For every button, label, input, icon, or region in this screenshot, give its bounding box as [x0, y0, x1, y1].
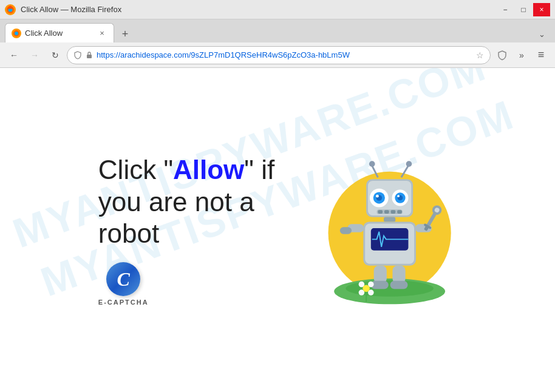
window-title: Click Allow — Mozilla Firefox: [21, 5, 121, 14]
svg-rect-27: [391, 210, 396, 214]
svg-point-9: [346, 280, 434, 297]
back-button[interactable]: ←: [5, 46, 23, 64]
text-line3: robot: [98, 218, 274, 250]
protection-shield-icon: [497, 50, 508, 61]
main-content-row: Click "Allow" if you are not a robot C E…: [86, 139, 469, 321]
captcha-section: C E-CAPTCHA: [98, 262, 149, 306]
shield-icon: [73, 51, 82, 59]
captcha-logo: C: [106, 262, 140, 296]
protection-shield-button[interactable]: [493, 46, 511, 64]
svg-rect-28: [397, 210, 402, 214]
address-bar[interactable]: https://arachidespace.com/9sZLP7mD1QRSeH…: [67, 46, 491, 64]
url-text: https://arachidespace.com/9sZLP7mD1QRSeH…: [97, 50, 472, 59]
title-bar-left: Click Allow — Mozilla Firefox: [5, 4, 121, 15]
tab-overflow-button[interactable]: ⌄: [533, 25, 550, 42]
more-tools-button[interactable]: »: [512, 46, 531, 64]
captcha-text: Click "Allow" if you are not a robot: [98, 154, 274, 250]
svg-rect-42: [393, 266, 406, 283]
captcha-letter: C: [117, 268, 130, 291]
new-tab-button[interactable]: +: [117, 25, 134, 42]
svg-rect-41: [374, 266, 387, 283]
maximize-button[interactable]: □: [515, 3, 532, 16]
svg-point-19: [376, 195, 379, 198]
svg-rect-26: [384, 210, 389, 214]
reload-button[interactable]: ↻: [46, 46, 64, 64]
svg-point-11: [369, 161, 375, 167]
svg-point-23: [397, 195, 400, 197]
minimize-button[interactable]: −: [497, 3, 514, 16]
bookmark-star-icon[interactable]: ☆: [476, 50, 484, 60]
menu-button[interactable]: ≡: [532, 46, 550, 64]
svg-rect-34: [340, 227, 352, 234]
active-tab[interactable]: Click Allow ×: [5, 23, 114, 42]
nav-extras: » ≡: [493, 46, 550, 64]
close-button[interactable]: ×: [533, 3, 550, 16]
text-allow-bold: Allow: [173, 155, 244, 184]
text-line1: Click "Allow" if: [98, 154, 274, 186]
tab-label: Click Allow: [25, 29, 93, 38]
tab-bar: Click Allow × + ⌄: [0, 19, 555, 42]
firefox-logo-icon: [5, 4, 16, 15]
robot-svg: [311, 151, 457, 309]
nav-bar: ← → ↻ https://arachidespace.com/9sZLP7mD…: [0, 42, 555, 68]
svg-rect-29: [384, 217, 395, 222]
text-line2: you are not a: [98, 186, 274, 218]
forward-button[interactable]: →: [26, 46, 44, 64]
tab-close-button[interactable]: ×: [97, 28, 107, 39]
svg-point-5: [15, 32, 18, 35]
svg-rect-25: [378, 210, 383, 214]
svg-rect-44: [390, 281, 408, 289]
svg-rect-6: [87, 55, 92, 58]
svg-point-13: [406, 161, 412, 167]
text-if: " if: [244, 155, 274, 184]
left-section: Click "Allow" if you are not a robot C E…: [98, 154, 274, 306]
title-bar: Click Allow — Mozilla Firefox − □ ×: [0, 0, 555, 19]
captcha-message: Click "Allow" if you are not a robot: [98, 154, 274, 250]
captcha-label: E-CAPTCHA: [98, 299, 149, 306]
window-controls: − □ ×: [497, 3, 550, 16]
lock-icon: [86, 52, 93, 59]
tab-favicon-icon: [12, 29, 21, 38]
robot-illustration: [311, 151, 457, 309]
svg-point-50: [363, 285, 370, 292]
page-content: MYANTISPYWARE.COM MYANTISPYWARE.COM Clic…: [0, 68, 555, 392]
text-click: Click ": [98, 155, 173, 184]
